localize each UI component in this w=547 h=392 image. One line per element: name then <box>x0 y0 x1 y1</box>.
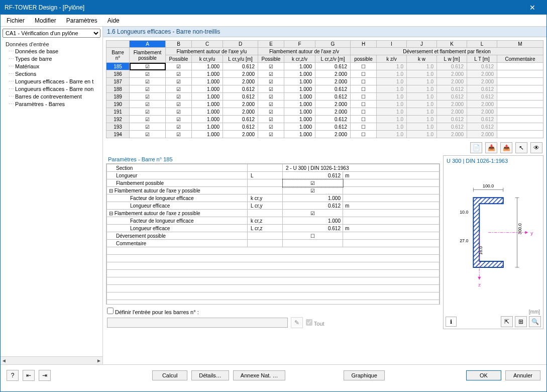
cell-a[interactable]: ☑ <box>130 108 166 116</box>
cell-d[interactable]: 0.612 <box>223 63 258 70</box>
cell-e[interactable]: ☑ <box>258 70 284 78</box>
cell-f[interactable]: 1.000 <box>284 123 315 131</box>
cell-e[interactable]: ☑ <box>258 85 284 93</box>
data-grid[interactable]: ABCDEFGHIJKLM Barren° Flambementpossible… <box>106 40 543 138</box>
cell-a[interactable]: ☑ <box>130 78 166 85</box>
tool-icon-4[interactable]: ↖ <box>515 142 527 153</box>
cell-g[interactable]: 2.000 <box>315 108 351 116</box>
cell-d[interactable]: 2.000 <box>223 70 258 78</box>
param-table[interactable]: Section2 - U 300 | DIN 1026-1:1963 Longu… <box>106 164 440 305</box>
cell-m[interactable] <box>497 78 543 85</box>
cell-m[interactable] <box>497 63 543 70</box>
tree-item[interactable]: Longueurs efficaces - Barre en t <box>1 78 102 85</box>
col-lcryu[interactable]: L cr,y/u [m] <box>223 55 258 63</box>
col-letter[interactable]: C <box>192 41 223 48</box>
cell-b[interactable]: ☑ <box>166 131 192 138</box>
cancel-button[interactable]: Annuler <box>505 370 540 380</box>
cell-e[interactable]: ☑ <box>258 123 284 131</box>
cell-b[interactable]: ☑ <box>166 101 192 108</box>
cell-f[interactable]: 1.000 <box>284 131 315 138</box>
col-lw[interactable]: L w [m] <box>437 55 467 63</box>
param-bucky-chk[interactable]: ☑ <box>283 187 343 194</box>
col-lt[interactable]: L T [m] <box>467 55 497 63</box>
cell-a[interactable]: ☑ <box>130 85 166 93</box>
cell-m[interactable] <box>497 101 543 108</box>
cell-c[interactable]: 1.000 <box>192 78 223 85</box>
calc-button[interactable]: Calcul <box>152 370 187 380</box>
col-letter[interactable]: G <box>315 41 351 48</box>
row-num[interactable]: 186 <box>106 70 130 78</box>
cell-h[interactable]: ☐ <box>351 63 377 70</box>
table-row[interactable]: 193 ☑ ☑ 1.000 0.612 ☑ 1.000 0.612 ☐ 1.0 … <box>106 123 543 131</box>
col-letter[interactable]: D <box>223 41 258 48</box>
tree-item[interactable]: Types de barre <box>1 55 102 63</box>
info-icon[interactable]: ℹ <box>446 317 457 327</box>
cell-c[interactable]: 1.000 <box>192 101 223 108</box>
cell-b[interactable]: ☑ <box>166 108 192 116</box>
row-num[interactable]: 193 <box>106 123 130 131</box>
tree-item[interactable]: Paramètres - Barres <box>1 101 102 108</box>
cell-h[interactable]: ☐ <box>351 108 377 116</box>
cell-e[interactable]: ☑ <box>258 131 284 138</box>
cell-e[interactable]: ☑ <box>258 116 284 123</box>
param-buck-chk[interactable]: ☑ <box>283 179 343 187</box>
table-row[interactable]: 192 ☑ ☑ 1.000 0.612 ☑ 1.000 0.612 ☐ 1.0 … <box>106 116 543 123</box>
cell-a[interactable]: ☑ <box>130 70 166 78</box>
col-group-zv[interactable]: Flambement autour de l'axe z/v <box>258 48 351 55</box>
cell-h[interactable]: ☐ <box>351 116 377 123</box>
cell-f[interactable]: 1.000 <box>284 108 315 116</box>
cell-d[interactable]: 2.000 <box>223 78 258 85</box>
cell-f[interactable]: 1.000 <box>284 101 315 108</box>
cell-a[interactable]: ☑ <box>130 101 166 108</box>
col-kcrzv[interactable]: k cr,z/v <box>284 55 315 63</box>
cell-h[interactable]: ☐ <box>351 78 377 85</box>
cell-c[interactable]: 1.000 <box>192 85 223 93</box>
cell-f[interactable]: 1.000 <box>284 85 315 93</box>
tree-root[interactable]: Données d'entrée <box>1 41 102 48</box>
cell-e[interactable]: ☑ <box>258 101 284 108</box>
cell-g[interactable]: 2.000 <box>315 78 351 85</box>
col-letter[interactable]: E <box>258 41 284 48</box>
prev-icon[interactable]: ⇤ <box>23 370 35 381</box>
col-letter[interactable]: I <box>377 41 407 48</box>
row-num[interactable]: 191 <box>106 108 130 116</box>
define-label[interactable]: Définir l'entrée pour les barres n° : <box>107 309 199 315</box>
cell-b[interactable]: ☑ <box>166 63 192 70</box>
col-letter[interactable]: L <box>467 41 497 48</box>
tree-item[interactable]: Sections <box>1 70 102 78</box>
param-buck-z[interactable]: ⊟ Flambement autour de l'axe z possible <box>107 210 248 217</box>
cell-g[interactable]: 2.000 <box>315 101 351 108</box>
col-letter[interactable]: M <box>497 41 543 48</box>
annex-button[interactable]: Annexe Nat. … <box>233 370 286 380</box>
next-icon[interactable]: ⇥ <box>39 370 51 381</box>
cell-a[interactable]: ☑ <box>130 93 166 101</box>
cell-b[interactable]: ☑ <box>166 93 192 101</box>
cell-h[interactable]: ☐ <box>351 70 377 78</box>
close-icon[interactable]: ✕ <box>522 4 542 12</box>
param-buckz-chk[interactable]: ☑ <box>283 210 343 217</box>
cell-c[interactable]: 1.000 <box>192 63 223 70</box>
cell-e[interactable]: ☑ <box>258 78 284 85</box>
cell-h[interactable]: ☐ <box>351 85 377 93</box>
cell-c[interactable]: 1.000 <box>192 116 223 123</box>
cell-d[interactable]: 2.000 <box>223 131 258 138</box>
cell-m[interactable] <box>497 70 543 78</box>
cell-d[interactable]: 0.612 <box>223 123 258 131</box>
cell-h[interactable]: ☐ <box>351 101 377 108</box>
cell-a[interactable]: ☑ <box>130 116 166 123</box>
cell-c[interactable]: 1.000 <box>192 108 223 116</box>
tree-item[interactable]: Matériaux <box>1 63 102 70</box>
col-possible-zv[interactable]: Possible <box>258 55 284 63</box>
cell-c[interactable]: 1.000 <box>192 93 223 101</box>
cell-f[interactable]: 1.000 <box>284 93 315 101</box>
col-kzv[interactable]: k z/v <box>377 55 407 63</box>
view-icon-2[interactable]: ⊞ <box>515 316 527 327</box>
cell-f[interactable]: 1.000 <box>284 63 315 70</box>
col-letter[interactable]: F <box>284 41 315 48</box>
cell-c[interactable]: 1.000 <box>192 131 223 138</box>
tool-icon-1[interactable]: 📄 <box>470 142 482 153</box>
menu-help[interactable]: Aide <box>103 16 124 25</box>
view-icon-3[interactable]: 🔍 <box>529 316 541 327</box>
col-group-dev[interactable]: Déversement et flambement par flexion <box>351 48 543 55</box>
help-icon[interactable]: ? <box>7 370 19 381</box>
